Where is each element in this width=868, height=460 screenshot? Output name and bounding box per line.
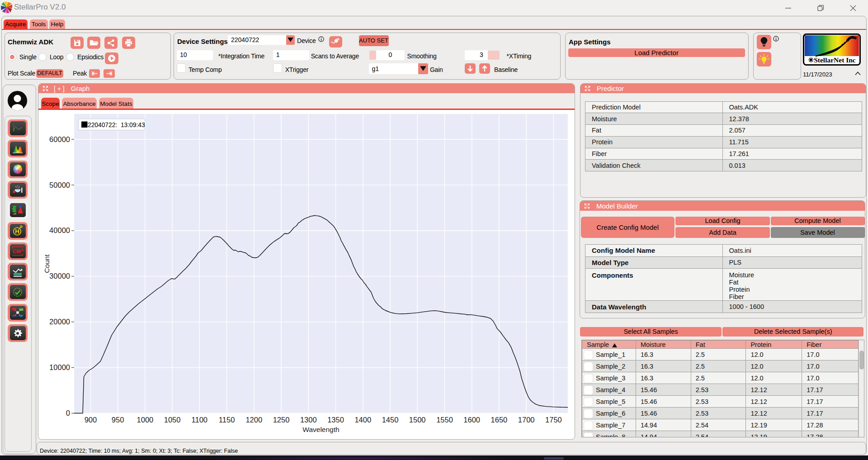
svg-text:1450: 1450 xyxy=(382,416,399,424)
svg-text:1200: 1200 xyxy=(245,416,262,424)
svg-text:0: 0 xyxy=(66,409,70,417)
svg-text:950: 950 xyxy=(112,416,124,424)
svg-text:900: 900 xyxy=(85,416,97,424)
svg-text:1050: 1050 xyxy=(164,416,181,424)
svg-text:Count: Count xyxy=(43,254,51,273)
svg-text:1250: 1250 xyxy=(273,416,290,424)
svg-text:-1: -1 xyxy=(20,248,24,252)
svg-text:1500: 1500 xyxy=(409,416,426,424)
svg-text:1400: 1400 xyxy=(354,416,371,424)
svg-text:1750: 1750 xyxy=(545,416,562,424)
svg-text:✳StellarNet Inc: ✳StellarNet Inc xyxy=(808,56,856,64)
svg-text:1600: 1600 xyxy=(463,416,480,424)
svg-text:1150: 1150 xyxy=(219,416,235,424)
svg-text:Wavelength: Wavelength xyxy=(302,426,339,433)
svg-text:50000: 50000 xyxy=(49,181,70,189)
svg-text:H: H xyxy=(15,228,19,235)
svg-text:40000: 40000 xyxy=(49,226,70,234)
svg-text:1300: 1300 xyxy=(300,416,317,424)
svg-text:30000: 30000 xyxy=(49,272,70,280)
svg-text:1700: 1700 xyxy=(518,416,535,424)
svg-text:1100: 1100 xyxy=(192,416,208,424)
svg-text:10000: 10000 xyxy=(49,363,70,371)
svg-text:1650: 1650 xyxy=(491,416,508,424)
svg-text:60000: 60000 xyxy=(49,135,70,143)
svg-text:CM: CM xyxy=(13,249,21,254)
svg-text:22040722: 13:09:43: 22040722: 13:09:43 xyxy=(88,122,145,128)
svg-text:20000: 20000 xyxy=(49,318,70,326)
svg-text:1550: 1550 xyxy=(436,416,453,424)
svg-text:1350: 1350 xyxy=(327,416,344,424)
svg-text:1000: 1000 xyxy=(137,416,154,424)
